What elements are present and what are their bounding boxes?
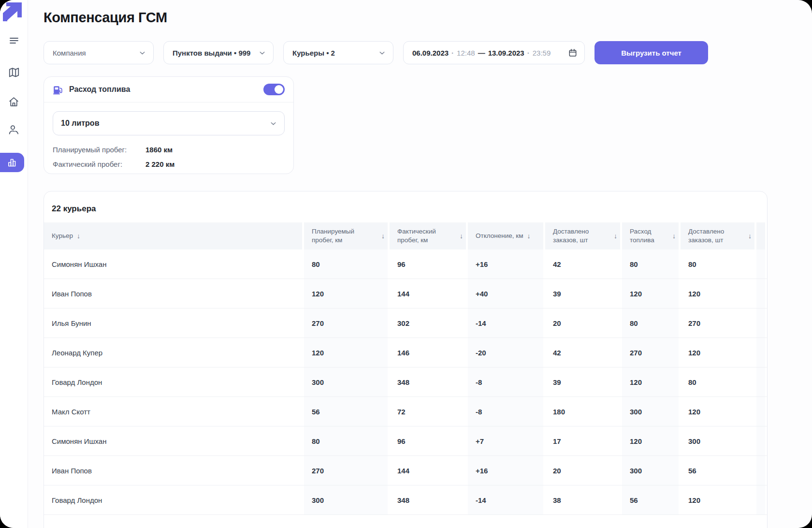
- column-header-label: Курьер: [52, 232, 73, 240]
- value-cell: 302: [390, 308, 466, 337]
- value-cell: 96: [390, 426, 466, 455]
- planned-mileage-value: 1860 км: [145, 146, 173, 154]
- value-cell: 72: [390, 397, 466, 426]
- column-header-2[interactable]: Фактический пробег, км↓: [390, 222, 466, 249]
- pickup-points-filter-label: Пунктов выдачи • 999: [173, 49, 250, 57]
- value-cell: +16: [468, 249, 543, 279]
- couriers-icon[interactable]: [0, 120, 28, 139]
- sort-arrow-icon: ↓: [672, 233, 676, 239]
- company-filter[interactable]: Компания: [44, 41, 154, 64]
- value-cell: 300: [304, 485, 388, 514]
- clipped-cell: [756, 426, 765, 455]
- value-cell: -8: [468, 367, 543, 396]
- export-report-button[interactable]: Выгрузить отчет: [594, 41, 708, 64]
- column-header-label: Расход топлива: [630, 227, 668, 245]
- courier-name-cell: Симонян Ишхан: [44, 426, 302, 455]
- value-cell: 300: [304, 367, 388, 396]
- value-cell: 270: [622, 338, 679, 367]
- courier-name-cell: Иван Попов: [44, 456, 302, 485]
- value-cell: 42: [545, 249, 620, 279]
- value-cell: 120: [681, 485, 754, 514]
- value-cell: 80: [304, 249, 388, 279]
- value-cell: 348: [390, 367, 466, 396]
- value-cell: +40: [468, 279, 543, 308]
- value-cell: 20: [545, 308, 620, 337]
- value-cell: 80: [622, 249, 679, 279]
- column-header-5[interactable]: Расход топлива↓: [622, 222, 679, 249]
- couriers-filter[interactable]: Курьеры • 2: [283, 41, 393, 64]
- value-cell: 42: [545, 338, 620, 367]
- column-header-1[interactable]: Планируемый пробег, км↓: [304, 222, 388, 249]
- value-cell: 120: [681, 338, 754, 367]
- sort-arrow-icon: ↓: [748, 233, 752, 239]
- end-time: 23:59: [533, 49, 551, 57]
- column-header-0[interactable]: Курьер↓: [44, 222, 302, 249]
- fuel-volume-select[interactable]: 10 литров: [53, 111, 285, 135]
- couriers-table-card: 22 курьера Курьер↓Планируемый пробег, км…: [44, 191, 768, 528]
- menu-icon[interactable]: [0, 31, 28, 50]
- table-row[interactable]: Иван Попов120144+4039120120: [44, 279, 767, 308]
- sidebar-item-reports[interactable]: [0, 153, 24, 172]
- column-header-label: Отклонение, км: [476, 232, 523, 240]
- column-header-label: Доставлено заказов, шт: [688, 227, 744, 245]
- date-separator: —: [478, 49, 485, 57]
- column-header-4[interactable]: Доставлено заказов, шт↓: [545, 222, 620, 249]
- clipped-cell: [756, 367, 765, 396]
- fuel-card-header: Расход топлива: [44, 77, 293, 103]
- bar-chart-icon: [6, 157, 18, 168]
- start-date: 06.09.2023: [412, 49, 449, 57]
- courier-name-cell: Говард Лондон: [44, 367, 302, 396]
- table-body: Симонян Ишхан8096+16428080Иван Попов1201…: [44, 249, 767, 515]
- app-window: Компенсация ГСМ Компания Пунктов выдачи …: [0, 0, 812, 528]
- app-logo-icon[interactable]: [1, 2, 22, 23]
- value-cell: 39: [545, 279, 620, 308]
- column-header-3[interactable]: Отклонение, км↓: [468, 222, 543, 249]
- value-cell: 38: [545, 485, 620, 514]
- column-header-6[interactable]: Доставлено заказов, шт↓: [681, 222, 754, 249]
- value-cell: +16: [468, 456, 543, 485]
- value-cell: 144: [390, 279, 466, 308]
- value-cell: 300: [622, 397, 679, 426]
- table-row[interactable]: Макл Скотт5672-8180300120: [44, 397, 767, 426]
- value-cell: 96: [390, 249, 466, 279]
- clipped-cell: [756, 308, 765, 337]
- value-cell: 120: [304, 279, 388, 308]
- value-cell: 180: [545, 397, 620, 426]
- table-row[interactable]: Илья Бунин270302-142080270: [44, 308, 767, 338]
- value-cell: 120: [681, 397, 754, 426]
- value-cell: 17: [545, 426, 620, 455]
- sidebar: [0, 0, 28, 528]
- value-cell: 270: [304, 308, 388, 337]
- home-icon[interactable]: [0, 92, 28, 111]
- table-row[interactable]: Говард Лондон300348-83912080: [44, 367, 767, 397]
- table-row[interactable]: Симонян Ишхан8096+717120300: [44, 426, 767, 456]
- fuel-toggle[interactable]: [263, 84, 285, 95]
- chevron-down-icon: [258, 49, 266, 57]
- value-cell: 80: [681, 367, 754, 396]
- column-header-clipped: [756, 222, 765, 249]
- table-row[interactable]: Говард Лондон300348-143856120: [44, 485, 767, 515]
- date-range-text: 06.09.2023 · 12:48 — 13.09.2023 · 23:59: [412, 49, 551, 57]
- chevron-down-icon: [269, 119, 277, 128]
- value-cell: -20: [468, 338, 543, 367]
- clipped-cell: [756, 456, 765, 485]
- date-range-picker[interactable]: 06.09.2023 · 12:48 — 13.09.2023 · 23:59: [403, 41, 585, 64]
- calendar-icon[interactable]: [568, 48, 578, 58]
- sort-arrow-icon: ↓: [527, 233, 530, 239]
- pickup-points-filter[interactable]: Пунктов выдачи • 999: [163, 41, 274, 64]
- table-row[interactable]: Леонард Купер120146-2042270120: [44, 338, 767, 367]
- value-cell: 300: [681, 426, 754, 455]
- value-cell: 120: [622, 279, 679, 308]
- map-icon[interactable]: [0, 63, 28, 82]
- value-cell: 300: [622, 456, 679, 485]
- actual-mileage-value: 2 220 км: [145, 160, 174, 168]
- table-header-row: Курьер↓Планируемый пробег, км↓Фактически…: [44, 222, 767, 249]
- courier-name-cell: Леонард Купер: [44, 338, 302, 367]
- value-cell: 146: [390, 338, 466, 367]
- value-cell: 120: [304, 338, 388, 367]
- table-row[interactable]: Иван Попов270144+162030056: [44, 456, 767, 485]
- value-cell: 56: [304, 397, 388, 426]
- value-cell: 39: [545, 367, 620, 396]
- table-row[interactable]: Симонян Ишхан8096+16428080: [44, 249, 767, 279]
- value-cell: 120: [681, 279, 754, 308]
